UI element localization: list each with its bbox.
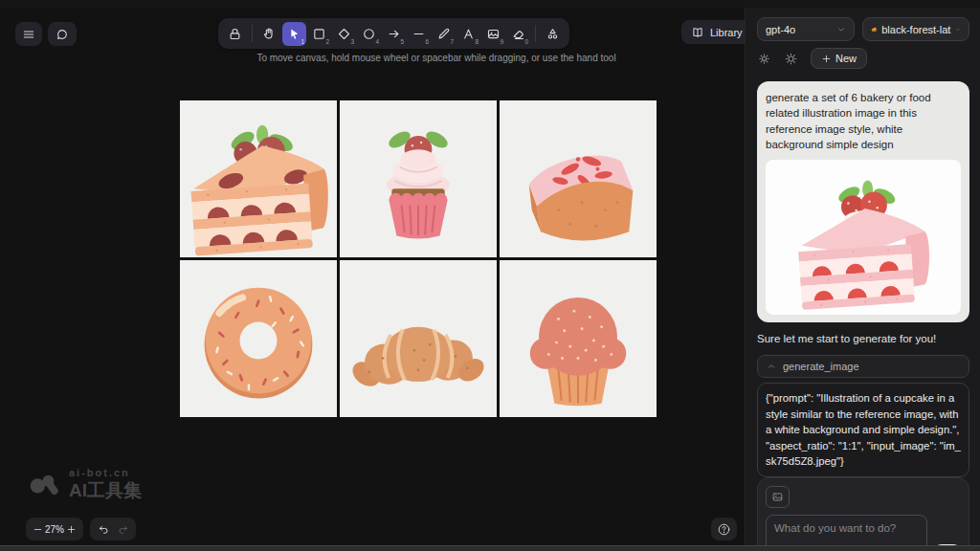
canvas-image-croissant[interactable] <box>340 260 497 417</box>
main-menu-button[interactable] <box>15 22 42 46</box>
book-icon <box>691 26 704 39</box>
tool-rectangle[interactable]: 2 <box>307 22 331 46</box>
canvas-image-strawberry-loaf-cake[interactable] <box>500 100 657 257</box>
gear-icon <box>757 52 771 66</box>
tool-diamond[interactable]: 3 <box>332 22 356 46</box>
chevron-down-icon <box>955 25 961 34</box>
zoom-control: 27% <box>26 518 83 540</box>
hand-icon <box>262 27 277 41</box>
provider-select-value: black-forest-lat <box>881 24 950 35</box>
zoom-in-button[interactable] <box>66 524 77 535</box>
window-bottom-edge <box>0 545 980 551</box>
undo-icon <box>98 523 110 536</box>
tool-shortcut: 3 <box>350 38 354 45</box>
tool-image[interactable]: 9 <box>481 22 505 46</box>
tool-shortcut: 0 <box>524 38 528 45</box>
muffin-illustration <box>500 260 657 417</box>
chat-toggle-button[interactable] <box>48 22 77 46</box>
tool-shortcut: 4 <box>375 38 379 45</box>
chevron-down-icon <box>836 25 846 34</box>
user-message-text: generate a set of 6 bakery or food relat… <box>766 90 961 152</box>
strawberry-cupcake-illustration <box>340 100 497 257</box>
zoom-level[interactable]: 27% <box>45 524 64 535</box>
text-icon <box>461 27 476 41</box>
tool-shortcut: 5 <box>400 38 404 45</box>
tool-eraser[interactable]: 0 <box>506 22 530 46</box>
canvas-area[interactable]: 1 2 3 4 5 <box>0 8 745 545</box>
diamond-icon <box>337 27 351 41</box>
sun-icon <box>784 52 798 66</box>
attach-image-button[interactable] <box>766 486 790 508</box>
tool-shortcut: 7 <box>450 38 454 45</box>
chat-sidebar: gpt-4o black-forest-lat <box>745 8 980 545</box>
library-button[interactable]: Library <box>681 20 752 44</box>
help-icon <box>717 522 731 537</box>
message-list: generate a set of 6 bakery or food relat… <box>757 69 969 477</box>
drawing-toolbar: 1 2 3 4 5 <box>218 18 569 49</box>
plus-icon <box>66 524 77 535</box>
tool-call-header[interactable]: generate_image <box>757 355 969 378</box>
chat-bubble-icon <box>56 28 69 41</box>
cursor-icon <box>287 27 301 41</box>
settings-button[interactable] <box>757 52 771 66</box>
tool-draw[interactable]: 7 <box>432 22 456 46</box>
reference-strawberry-cake-illustration <box>773 165 953 310</box>
library-label: Library <box>710 27 743 38</box>
watermark-name: AI工具集 <box>69 478 142 503</box>
tool-shortcut: 8 <box>475 38 479 45</box>
reference-image-card[interactable] <box>766 160 961 315</box>
model-select[interactable]: gpt-4o <box>757 17 855 41</box>
canvas-image-muffin[interactable] <box>500 260 657 417</box>
tool-arrow[interactable]: 5 <box>382 22 406 46</box>
strawberry-cake-slice-illustration <box>180 100 337 257</box>
tool-shortcut: 9 <box>500 38 503 45</box>
sidebar-actions-row: New <box>757 48 969 69</box>
provider-select[interactable]: black-forest-lat <box>862 17 969 41</box>
canvas-image-strawberry-cake-slice[interactable] <box>180 100 337 257</box>
arrow-icon <box>387 27 401 41</box>
history-control <box>90 518 136 540</box>
model-select-value: gpt-4o <box>766 24 795 35</box>
tool-shortcut: 6 <box>425 38 429 45</box>
help-button[interactable] <box>711 518 737 540</box>
ellipse-icon <box>362 27 376 41</box>
more-shapes-icon <box>546 27 560 41</box>
watermark-domain: ai-bot.cn <box>69 467 142 478</box>
tool-hand[interactable] <box>257 22 281 46</box>
undo-button[interactable] <box>98 523 110 536</box>
tool-lock[interactable] <box>223 22 247 46</box>
minus-icon <box>33 524 43 535</box>
user-message-bubble: generate a set of 6 bakery or food relat… <box>757 81 969 322</box>
eraser-icon <box>511 27 525 41</box>
redo-icon <box>117 523 129 536</box>
canvas-image-strawberry-cupcake[interactable] <box>340 100 497 257</box>
lock-icon <box>228 27 242 41</box>
tool-shortcut: 1 <box>301 38 304 45</box>
rectangle-icon <box>312 27 326 41</box>
redo-button[interactable] <box>117 523 129 536</box>
tool-selection[interactable]: 1 <box>282 22 306 46</box>
tool-text[interactable]: 8 <box>457 22 480 46</box>
canvas-image-sprinkle-donut[interactable] <box>180 260 337 417</box>
theme-toggle-button[interactable] <box>784 52 798 66</box>
tool-more-shapes[interactable] <box>541 22 565 46</box>
chevron-up-icon <box>767 362 776 371</box>
zoom-out-button[interactable] <box>33 524 43 535</box>
croissant-illustration <box>340 260 497 417</box>
composer <box>757 477 969 551</box>
toolbar-divider <box>535 25 536 42</box>
canvas-hint: To move canvas, hold mouse wheel or spac… <box>239 53 634 63</box>
plus-icon <box>821 54 832 64</box>
sprinkle-donut-illustration <box>180 260 337 417</box>
tool-call-name: generate_image <box>783 361 859 372</box>
pencil-icon <box>436 27 451 41</box>
tool-line[interactable]: 6 <box>407 22 431 46</box>
watermark: ai-bot.cn AI工具集 <box>29 467 142 503</box>
assistant-message-text: Sure let me start to generate for you! <box>757 333 969 344</box>
generated-image-grid <box>180 100 657 417</box>
tool-call-arguments: {"prompt": "Illustration of a cupcake in… <box>757 383 969 477</box>
new-chat-button[interactable]: New <box>811 48 867 69</box>
tool-ellipse[interactable]: 4 <box>357 22 381 46</box>
line-icon <box>412 27 426 41</box>
ai-bot-logo-icon <box>29 471 61 499</box>
